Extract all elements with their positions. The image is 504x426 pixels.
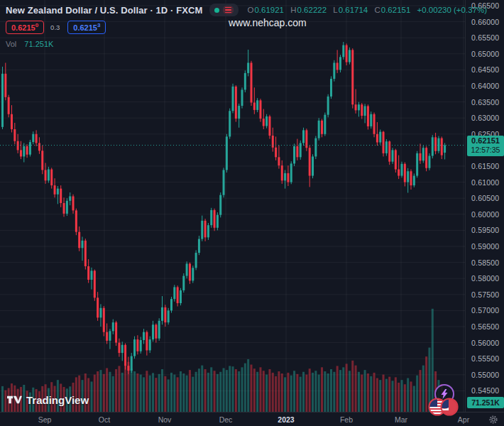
- price-axis-label: 0.57000: [471, 306, 499, 315]
- bid-main: 0.6215: [11, 23, 35, 32]
- bid-sup: 0: [35, 22, 38, 28]
- chart-pane[interactable]: www.nehcap.com New Zealand Dollar / U.S.…: [0, 0, 465, 412]
- close-value: 0.62151: [381, 6, 411, 14]
- currency-pair-flags-icon: [427, 396, 460, 420]
- price-axis-label: 0.58000: [471, 274, 499, 283]
- volume-badge: 71.251K: [467, 397, 504, 408]
- change-value: +0.00230 (+0.37%): [417, 6, 487, 14]
- price-axis-label: 0.64000: [471, 82, 499, 90]
- price-axis-label: 0.60500: [471, 194, 499, 202]
- price-axis-label: 0.55000: [471, 371, 499, 379]
- time-axis-label: Nov: [158, 415, 172, 424]
- bid-price-button[interactable]: 0.62150: [6, 21, 44, 34]
- price-axis-label: 0.65000: [471, 50, 499, 58]
- price-axis-label: 0.59000: [471, 242, 499, 251]
- market-open-dot-icon: [214, 8, 219, 13]
- market-holiday-waves-icon: [223, 6, 234, 15]
- price-axis-label: 0.58500: [471, 258, 499, 267]
- settings-gear-icon[interactable]: [488, 415, 498, 425]
- low-label: L: [333, 6, 337, 14]
- close-label: C: [374, 6, 380, 14]
- open-label: O: [247, 6, 253, 14]
- price-axis-label: 0.60000: [471, 210, 499, 219]
- market-status-indicator[interactable]: [209, 4, 239, 17]
- price-axis-label: 0.63500: [471, 98, 499, 106]
- tradingview-logo[interactable]: TradingView: [7, 394, 89, 406]
- low-value: 0.61714: [339, 6, 368, 14]
- bar-countdown: 12:57:35: [467, 146, 504, 154]
- high-value: 0.62222: [297, 6, 327, 14]
- price-axis-label: 0.54500: [471, 386, 499, 395]
- price-axis-label: 0.64500: [471, 65, 499, 74]
- tradingview-mark-icon: [7, 394, 22, 406]
- price-axis-label: 0.55500: [471, 354, 499, 363]
- time-axis-label: Mar: [395, 415, 407, 424]
- price-axis-label: 0.59500: [471, 226, 499, 234]
- ask-main: 0.6215: [73, 23, 97, 32]
- trading-chart-window: www.nehcap.com New Zealand Dollar / U.S.…: [0, 0, 504, 426]
- price-axis-label: 0.56000: [471, 339, 499, 347]
- price-axis[interactable]: 0.62151 12:57:35 71.251K 0.665000.660000…: [465, 0, 504, 412]
- price-axis-label: 0.56500: [471, 322, 499, 331]
- time-axis-label: Feb: [340, 415, 353, 424]
- ohlc-values: O0.61921 H0.62222 L0.61714 C0.62151 +0.0…: [247, 6, 487, 14]
- time-axis-label: Sep: [38, 415, 52, 424]
- current-price-value: 0.62151: [467, 136, 504, 146]
- high-label: H: [290, 6, 296, 14]
- ask-price-button[interactable]: 0.62153: [67, 21, 106, 34]
- candlestick-chart[interactable]: [0, 0, 465, 412]
- tradingview-logo-text: TradingView: [26, 394, 89, 406]
- volume-value: 71.251K: [24, 40, 53, 48]
- open-value: 0.61921: [254, 6, 284, 14]
- ask-sup: 3: [97, 22, 100, 28]
- symbol-title[interactable]: New Zealand Dollar / U.S. Dollar · 1D · …: [6, 5, 202, 16]
- price-axis-label: 0.57500: [471, 290, 499, 299]
- time-axis-label: 2023: [278, 415, 294, 424]
- price-axis-label: 0.61500: [471, 162, 499, 170]
- spread-value: 0.3: [50, 23, 60, 31]
- time-axis-label: Oct: [99, 415, 110, 424]
- price-axis-label: 0.61000: [471, 178, 499, 187]
- volume-label: Vol: [6, 40, 16, 48]
- chart-legend: New Zealand Dollar / U.S. Dollar · 1D · …: [6, 4, 487, 48]
- volume-indicator-row[interactable]: Vol 71.251K: [6, 40, 487, 48]
- time-axis-label: Dec: [219, 415, 233, 424]
- current-price-badge: 0.62151 12:57:35: [467, 136, 504, 156]
- price-axis-label: 0.63000: [471, 114, 499, 122]
